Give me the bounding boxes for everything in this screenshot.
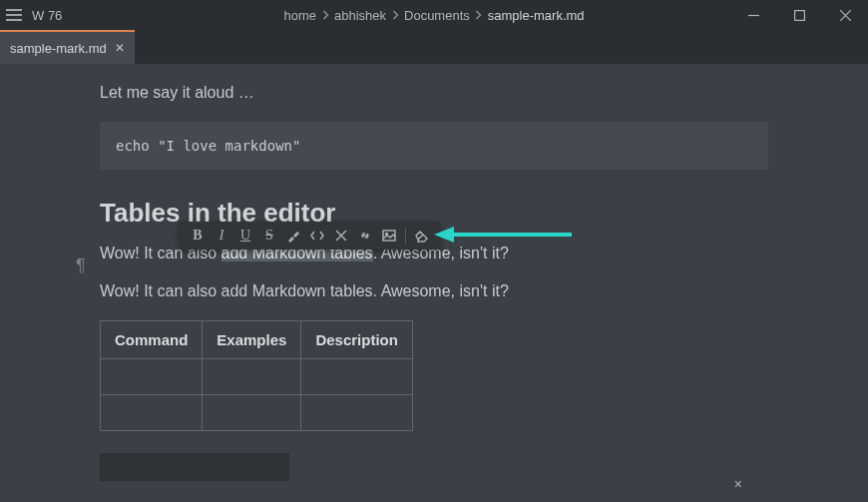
highlight-button[interactable] [281,224,305,248]
breadcrumb-segment[interactable]: abhishek [334,8,386,23]
format-toolbar: B I U S [180,222,440,250]
close-icon[interactable]: ✕ [115,41,125,55]
paragraph: Let me say it aloud … [100,84,768,102]
editor-content[interactable]: Let me say it aloud … echo "I love markd… [0,64,868,502]
bold-button[interactable]: B [186,224,210,248]
partial-element [100,453,289,481]
annotation-arrow [434,225,574,249]
minimize-button[interactable] [730,0,776,30]
separator [405,228,406,244]
maximize-button[interactable] [776,0,822,30]
breadcrumb-segment[interactable]: home [283,8,316,23]
menu-icon[interactable] [0,7,28,23]
word-count: W 76 [32,8,62,23]
code-block: echo "I love markdown" [100,122,768,170]
svg-rect-1 [6,14,22,16]
italic-button[interactable]: I [210,224,233,248]
svg-marker-10 [434,227,454,243]
table-header: Description [301,321,413,359]
code-button[interactable] [305,224,329,248]
markdown-table: Command Examples Description [100,320,413,431]
svg-rect-2 [6,19,22,21]
table-header: Examples [203,321,301,359]
table-row [101,359,413,395]
breadcrumb-segment[interactable]: Documents [404,8,470,23]
close-button[interactable] [822,0,868,30]
svg-rect-4 [794,10,804,20]
paragraph: Wow! It can also add Markdown tables. Aw… [100,282,768,300]
tabstrip: sample-mark.md ✕ [0,30,868,64]
tab-label: sample-mark.md [10,41,107,56]
erase-button[interactable] [410,224,434,248]
dismiss-icon[interactable]: × [734,476,742,492]
link-button[interactable] [353,224,377,248]
image-button[interactable] [377,224,401,248]
breadcrumb: home abhishek Documents sample-mark.md [283,8,584,23]
clear-format-button[interactable] [329,224,353,248]
window-controls [730,0,868,30]
svg-rect-0 [6,9,22,11]
table-row [101,395,413,431]
strike-button[interactable]: S [257,224,281,248]
breadcrumb-segment[interactable]: sample-mark.md [488,8,585,23]
underline-button[interactable]: U [233,224,257,248]
table-header: Command [101,321,203,359]
titlebar: W 76 home abhishek Documents sample-mark… [0,0,868,30]
tab-sample-mark[interactable]: sample-mark.md ✕ [0,30,135,64]
svg-point-8 [386,234,388,236]
pilcrow-icon: ¶ [76,255,86,276]
